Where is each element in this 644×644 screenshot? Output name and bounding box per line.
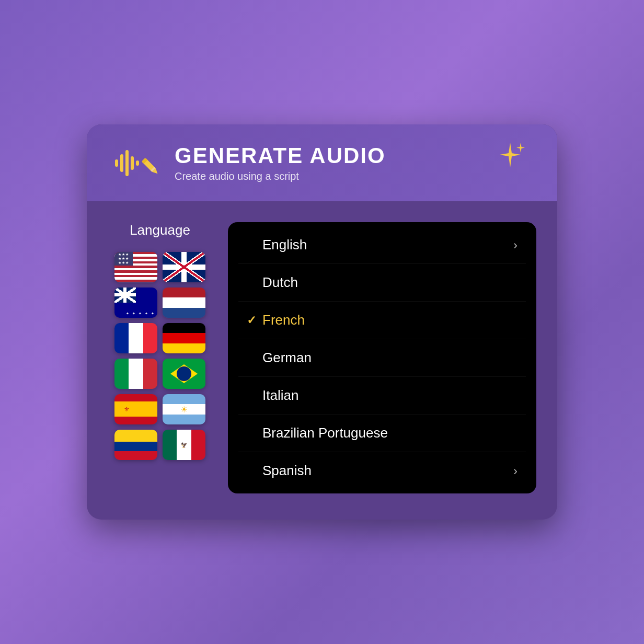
flag-us[interactable]: ★★★★★★★★★	[114, 252, 157, 282]
divider-5	[238, 414, 526, 415]
main-card: GENERATE AUDIO Create audio using a scri…	[87, 124, 557, 520]
language-name-french: French	[262, 312, 518, 328]
flag-de[interactable]	[163, 323, 205, 353]
header-subtitle: Create audio using a script	[175, 170, 386, 182]
check-french: ✓	[247, 314, 262, 327]
arrow-spanish: ›	[513, 464, 518, 478]
sparkle-icon	[494, 140, 526, 176]
svg-rect-4	[136, 160, 139, 166]
flag-ar[interactable]	[163, 394, 205, 424]
flag-uk[interactable]	[163, 252, 205, 282]
language-item-italian[interactable]: Italian	[228, 378, 536, 413]
language-name-brazilian-portuguese: Brazilian Portuguese	[262, 425, 518, 441]
flag-nl[interactable]	[163, 288, 205, 318]
flag-mx[interactable]	[163, 430, 205, 460]
language-name-spanish: Spanish	[262, 463, 513, 479]
svg-rect-1	[120, 154, 123, 172]
divider-3	[238, 339, 526, 339]
header-text: GENERATE AUDIO Create audio using a scri…	[175, 143, 386, 182]
svg-rect-3	[131, 156, 134, 170]
language-item-spanish[interactable]: Spanish ›	[228, 453, 536, 488]
content-area: Language ★★★★★★★★★	[87, 201, 557, 520]
header-title: GENERATE AUDIO	[175, 143, 386, 168]
language-item-brazilian-portuguese[interactable]: Brazilian Portuguese	[228, 416, 536, 451]
divider-6	[238, 452, 526, 452]
divider-2	[238, 301, 526, 302]
language-name-italian: Italian	[262, 387, 518, 404]
language-name-dutch: Dutch	[262, 274, 518, 291]
flag-co[interactable]	[114, 430, 157, 460]
language-sidebar: Language ★★★★★★★★★	[108, 222, 212, 460]
header: GENERATE AUDIO Create audio using a scri…	[87, 124, 557, 201]
language-name-german: German	[262, 350, 518, 366]
flag-es[interactable]	[114, 394, 157, 424]
language-name-english: English	[262, 237, 513, 253]
language-item-german[interactable]: German	[228, 340, 536, 375]
language-item-dutch[interactable]: Dutch	[228, 265, 536, 300]
header-icon	[113, 145, 160, 181]
flag-it[interactable]	[114, 359, 157, 389]
language-item-english[interactable]: English ›	[228, 227, 536, 262]
divider-1	[238, 263, 526, 264]
sidebar-label: Language	[130, 222, 190, 238]
flag-au[interactable]	[114, 288, 157, 318]
flag-fr[interactable]	[114, 323, 157, 353]
svg-rect-0	[115, 159, 118, 167]
flags-grid: ★★★★★★★★★	[114, 252, 205, 460]
language-item-french[interactable]: ✓ French	[228, 303, 536, 338]
divider-4	[238, 376, 526, 377]
svg-rect-2	[125, 150, 129, 176]
language-list: English › Dutch ✓ French German	[228, 222, 536, 493]
arrow-english: ›	[513, 238, 518, 252]
flag-br[interactable]	[163, 359, 205, 389]
